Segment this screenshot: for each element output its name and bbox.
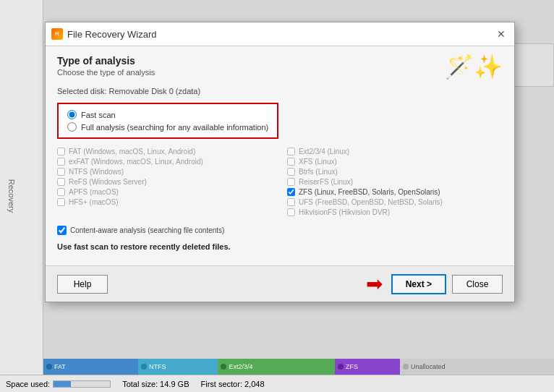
dialog-footer: Help ➡ Next > Close [46, 265, 514, 302]
fs-refs-checkbox[interactable] [57, 178, 65, 186]
fs-hikvision-checkbox[interactable] [287, 208, 295, 216]
total-size-segment: Total size: 14.9 GB [122, 380, 189, 388]
full-analysis-radio[interactable] [67, 122, 77, 132]
dialog-app-icon: R [51, 28, 63, 40]
fs-column-left: FAT (Windows, macOS, Linux, Android) exF… [57, 148, 273, 218]
info-text: Use fast scan to restore recently delete… [57, 242, 503, 251]
fs-fat[interactable]: FAT (Windows, macOS, Linux, Android) [57, 148, 273, 155]
fs-exfat-label: exFAT (Windows, macOS, Linux, Android) [69, 158, 203, 166]
fs-xfs-label: XFS (Linux) [299, 158, 337, 166]
space-used-label: Space used: [6, 380, 50, 388]
partition-ext-label: Ext2/3/4 [229, 363, 252, 370]
partition-unalloc-label: Unallocated [411, 363, 446, 370]
partition-zfs: ZFS [335, 359, 400, 375]
partition-zfs-label: ZFS [346, 363, 358, 370]
partition-ntfs: NTFS [138, 359, 218, 375]
fs-hikvision-label: HikvisionFS (Hikvision DVR) [299, 208, 390, 216]
fs-ntfs[interactable]: NTFS (Windows) [57, 168, 273, 176]
fs-zfs-label: ZFS (Linux, FreeBSD, Solaris, OpenSolari… [299, 188, 440, 196]
fs-btrfs[interactable]: Btrfs (Linux) [287, 168, 503, 176]
fs-xfs-checkbox[interactable] [287, 158, 295, 166]
fs-ext[interactable]: Ext2/3/4 (Linux) [287, 148, 503, 155]
fs-fat-label: FAT (Windows, macOS, Linux, Android) [69, 148, 195, 155]
partition-ext: Ext2/3/4 [218, 359, 335, 375]
scan-type-radio-group: Fast scan Full analysis (searching for a… [57, 103, 278, 139]
next-button[interactable]: Next > [391, 274, 446, 294]
fast-scan-radio[interactable] [67, 110, 77, 119]
app-sidebar: Recovery [0, 0, 43, 392]
fs-refs[interactable]: ReFS (Windows Server) [57, 178, 273, 186]
dialog-header-text: Type of analysis Choose the type of anal… [57, 55, 155, 77]
space-progress [53, 380, 111, 388]
footer-right: ➡ Next > Close [366, 272, 503, 296]
fs-hikvision[interactable]: HikvisionFS (Hikvision DVR) [287, 208, 503, 216]
fs-ufs-label: UFS (FreeBSD, OpenBSD, NetBSD, Solaris) [299, 198, 443, 206]
help-button[interactable]: Help [57, 275, 108, 294]
fs-hfs[interactable]: HFS+ (macOS) [57, 198, 273, 206]
fs-exfat[interactable]: exFAT (Windows, macOS, Linux, Android) [57, 158, 273, 166]
fs-apfs-label: APFS (macOS) [69, 188, 119, 196]
close-button[interactable]: Close [452, 275, 503, 294]
dialog-title: File Recovery Wizard [67, 29, 157, 40]
first-sector-label: First sector: 2,048 [200, 380, 264, 388]
fast-scan-label: Fast scan [81, 111, 116, 119]
content-aware-label: Content-aware analysis (searching file c… [70, 226, 224, 234]
content-aware-checkbox[interactable] [57, 226, 67, 235]
fs-ext-checkbox[interactable] [287, 148, 295, 155]
fs-reiserfs-checkbox[interactable] [287, 178, 295, 186]
space-used-segment: Space used: [6, 380, 111, 388]
fs-reiserfs-label: ReiserFS (Linux) [299, 178, 353, 186]
partition-ntfs-label: NTFS [149, 363, 166, 370]
fs-btrfs-checkbox[interactable] [287, 168, 295, 176]
status-bar: Space used: Total size: 14.9 GB First se… [0, 375, 554, 392]
partition-fat: FAT [43, 359, 138, 375]
fs-btrfs-label: Btrfs (Linux) [299, 168, 338, 176]
sidebar-label: Recovery [7, 179, 16, 213]
wizard-icon: 🪄✨ [445, 55, 503, 78]
section-subtitle: Choose the type of analysis [57, 68, 155, 77]
fs-column-right: Ext2/3/4 (Linux) XFS (Linux) Btrfs (Linu… [287, 148, 503, 218]
fast-scan-option[interactable]: Fast scan [67, 110, 268, 119]
fs-apfs[interactable]: APFS (macOS) [57, 188, 273, 196]
fs-zfs-checkbox[interactable] [287, 188, 295, 196]
first-sector-segment: First sector: 2,048 [200, 380, 264, 388]
fs-hfs-checkbox[interactable] [57, 198, 65, 206]
full-analysis-label: Full analysis (searching for any availab… [81, 123, 268, 132]
file-recovery-dialog: R File Recovery Wizard ✕ Type of analysi… [45, 22, 515, 302]
fs-ntfs-label: NTFS (Windows) [69, 168, 124, 176]
space-progress-fill [54, 381, 70, 387]
total-size-label: Total size: 14.9 GB [122, 380, 189, 388]
filesystem-options: FAT (Windows, macOS, Linux, Android) exF… [57, 148, 503, 218]
fs-exfat-checkbox[interactable] [57, 158, 65, 166]
fs-hfs-label: HFS+ (macOS) [69, 198, 119, 206]
dialog-header-section: Type of analysis Choose the type of anal… [57, 55, 503, 78]
selected-disk-label: Selected disk: Removable Disk 0 (zdata) [57, 87, 503, 95]
full-analysis-option[interactable]: Full analysis (searching for any availab… [67, 122, 268, 132]
fs-apfs-checkbox[interactable] [57, 188, 65, 196]
fs-refs-label: ReFS (Windows Server) [69, 178, 147, 186]
fs-zfs[interactable]: ZFS (Linux, FreeBSD, Solaris, OpenSolari… [287, 188, 503, 196]
fs-ufs[interactable]: UFS (FreeBSD, OpenBSD, NetBSD, Solaris) [287, 198, 503, 206]
fs-reiserfs[interactable]: ReiserFS (Linux) [287, 178, 503, 186]
fs-xfs[interactable]: XFS (Linux) [287, 158, 503, 166]
fs-ext-label: Ext2/3/4 (Linux) [299, 148, 349, 155]
fs-fat-checkbox[interactable] [57, 148, 65, 155]
next-arrow-indicator: ➡ [366, 272, 383, 296]
dialog-title-left: R File Recovery Wizard [51, 28, 157, 40]
dialog-titlebar: R File Recovery Wizard ✕ [46, 22, 514, 46]
partition-fat-label: FAT [54, 363, 66, 370]
dialog-close-button[interactable]: ✕ [494, 27, 508, 41]
partition-bar: FAT NTFS Ext2/3/4 ZFS Unallocated [43, 359, 554, 375]
fs-ntfs-checkbox[interactable] [57, 168, 65, 176]
dialog-body: Type of analysis Choose the type of anal… [46, 46, 514, 265]
partition-unalloc: Unallocated [400, 359, 554, 375]
content-aware-row[interactable]: Content-aware analysis (searching file c… [57, 226, 503, 235]
fs-ufs-checkbox[interactable] [287, 198, 295, 206]
section-title: Type of analysis [57, 55, 155, 67]
